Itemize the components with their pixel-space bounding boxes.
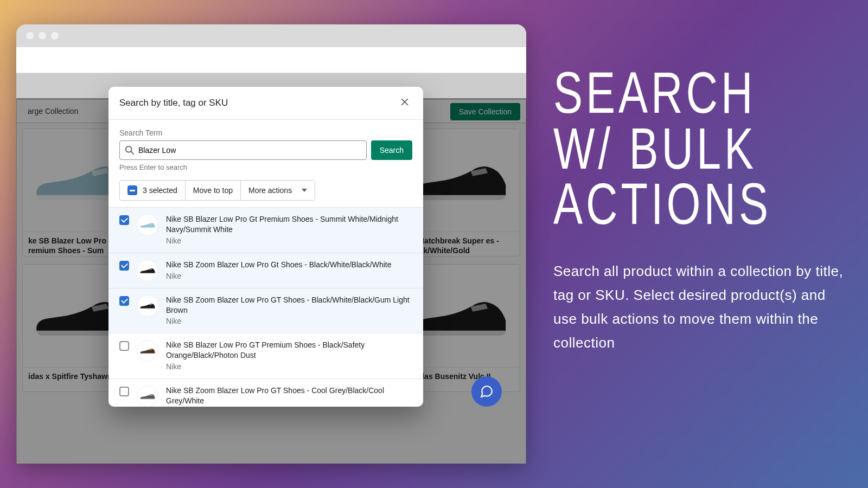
browser-url-bar (16, 47, 526, 73)
browser-titlebar (16, 24, 526, 47)
result-title: Nike SB Blazer Low Pro GT Premium Shoes … (166, 340, 412, 361)
chat-help-button[interactable] (471, 376, 502, 407)
result-checkbox[interactable] (119, 215, 129, 225)
result-checkbox[interactable] (119, 296, 129, 306)
search-result-row[interactable]: Nike SB Zoom Blazer Low Pro GT Shoes - C… (108, 379, 423, 407)
result-thumbnail (137, 260, 158, 281)
result-title: Nike SB Zoom Blazer Low Pro GT Shoes - B… (166, 295, 412, 316)
search-hint: Press Enter to search (119, 163, 412, 171)
indeterminate-checkbox-icon (127, 185, 137, 195)
search-result-row[interactable]: Nike SB Zoom Blazer Low Pro GT Shoes - B… (108, 288, 423, 334)
search-result-row[interactable]: Nike SB Blazer Low Pro Gt Premium Shoes … (108, 208, 423, 253)
result-text: Nike SB Zoom Blazer Low Pro GT Shoes - C… (166, 386, 412, 407)
modal-header: Search by title, tag or SKU (108, 87, 423, 120)
result-title: Nike SB Blazer Low Pro Gt Premium Shoes … (166, 214, 412, 235)
result-thumbnail (137, 295, 158, 317)
search-result-row[interactable]: Nike SB Blazer Low Pro GT Premium Shoes … (108, 333, 423, 379)
chevron-down-icon (302, 189, 307, 192)
search-button[interactable]: Search (371, 140, 412, 160)
search-result-row[interactable]: Nike SB Zoom Blazer Low Pro Gt Shoes - B… (108, 253, 423, 288)
traffic-light-maximize[interactable] (51, 32, 59, 40)
traffic-light-close[interactable] (26, 32, 34, 40)
search-label: Search Term (119, 129, 412, 137)
result-brand: Nike (166, 362, 412, 372)
result-text: Nike SB Blazer Low Pro Gt Premium Shoes … (166, 214, 412, 246)
marketing-panel: SEARCH W/ BULK ACTIONS Search all produc… (553, 65, 846, 355)
result-brand: Nike (166, 271, 391, 281)
search-input[interactable] (119, 140, 367, 160)
select-all-toggle[interactable]: 3 selected (120, 181, 186, 200)
svg-point-0 (126, 146, 132, 152)
result-thumbnail (137, 386, 158, 407)
chat-icon (480, 384, 494, 399)
modal-title: Search by title, tag or SKU (119, 98, 228, 108)
modal-body: Search Term Search Press Enter to search… (108, 120, 423, 201)
selected-count-label: 3 selected (143, 186, 177, 195)
search-modal: Search by title, tag or SKU Search Term … (108, 87, 423, 407)
more-actions-dropdown[interactable]: More actions (241, 181, 315, 200)
result-text: Nike SB Blazer Low Pro GT Premium Shoes … (166, 340, 412, 372)
result-title: Nike SB Zoom Blazer Low Pro GT Shoes - C… (166, 386, 412, 406)
result-thumbnail (137, 214, 158, 236)
result-checkbox[interactable] (119, 387, 129, 396)
result-brand: Nike (166, 236, 412, 246)
search-icon (125, 145, 135, 155)
result-title: Nike SB Zoom Blazer Low Pro Gt Shoes - B… (166, 260, 391, 270)
bulk-action-bar: 3 selected Move to top More actions (119, 180, 315, 201)
result-text: Nike SB Zoom Blazer Low Pro GT Shoes - B… (166, 295, 412, 327)
marketing-headline: SEARCH W/ BULK ACTIONS (553, 65, 846, 232)
traffic-light-minimize[interactable] (39, 32, 46, 40)
move-to-top-button[interactable]: Move to top (186, 181, 241, 200)
result-checkbox[interactable] (119, 341, 129, 351)
close-icon (400, 97, 410, 107)
search-results-list: Nike SB Blazer Low Pro Gt Premium Shoes … (108, 207, 423, 407)
modal-close-button[interactable] (397, 95, 412, 111)
result-brand: Nike (166, 316, 412, 326)
result-text: Nike SB Zoom Blazer Low Pro Gt Shoes - B… (166, 260, 391, 281)
marketing-description: Search all product within a collection b… (553, 259, 846, 355)
result-checkbox[interactable] (119, 261, 129, 271)
result-thumbnail (137, 340, 158, 362)
